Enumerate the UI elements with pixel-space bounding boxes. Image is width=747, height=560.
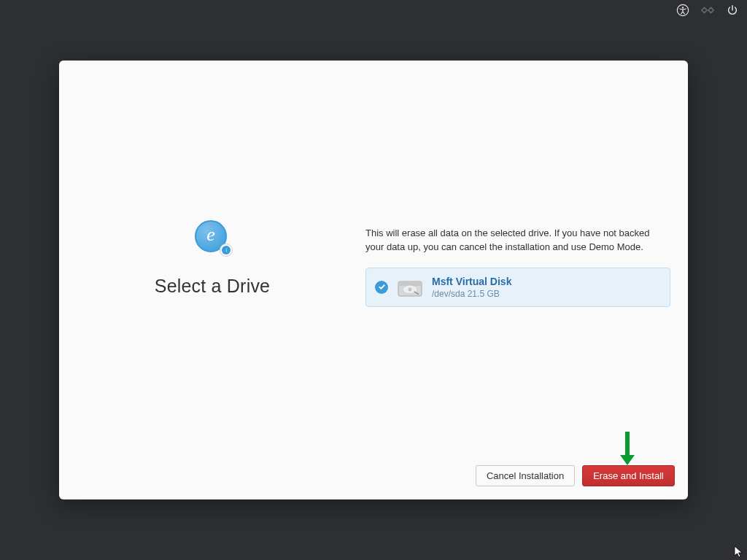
right-pane: This will erase all data on the selected… (365, 61, 688, 499)
page-title: Select a Drive (155, 276, 270, 297)
warning-text: This will erase all data on the selected… (365, 227, 670, 254)
mouse-cursor-icon (734, 545, 744, 559)
power-icon[interactable] (725, 3, 740, 18)
erase-install-button[interactable]: Erase and Install (582, 465, 675, 486)
topbar (676, 3, 740, 18)
installer-window: e ↓ Select a Drive This will erase all d… (59, 61, 688, 499)
network-disconnected-icon[interactable] (700, 3, 715, 18)
svg-point-1 (682, 7, 684, 8)
drive-name: Msft Virtual Disk (432, 276, 511, 287)
left-pane: e ↓ Select a Drive (59, 61, 365, 499)
svg-point-6 (417, 292, 419, 294)
os-installer-icon: e ↓ (195, 220, 230, 255)
download-badge-icon: ↓ (220, 244, 233, 257)
drive-item[interactable]: Msft Virtual Disk /dev/sda 21.5 GB (365, 268, 670, 307)
cancel-button[interactable]: Cancel Installation (476, 465, 575, 486)
button-row: Cancel Installation Erase and Install (476, 465, 675, 486)
drive-path: /dev/sda 21.5 GB (432, 289, 511, 299)
svg-point-5 (409, 288, 411, 291)
accessibility-icon[interactable] (676, 3, 690, 18)
checkmark-icon (375, 281, 388, 294)
drive-info: Msft Virtual Disk /dev/sda 21.5 GB (432, 276, 511, 299)
harddrive-icon (395, 276, 425, 299)
